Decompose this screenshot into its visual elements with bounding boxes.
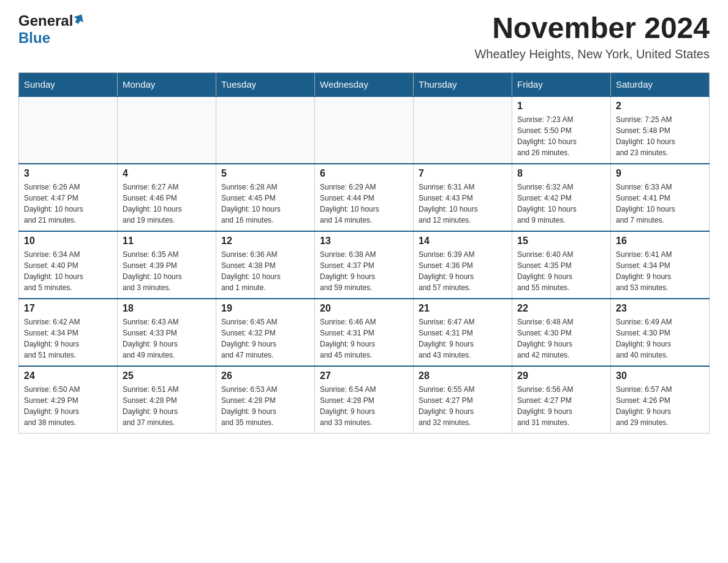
- table-row: 23Sunrise: 6:49 AM Sunset: 4:30 PM Dayli…: [611, 299, 710, 366]
- day-info: Sunrise: 6:47 AM Sunset: 4:31 PM Dayligh…: [419, 316, 507, 361]
- table-row: 27Sunrise: 6:54 AM Sunset: 4:28 PM Dayli…: [315, 366, 414, 434]
- day-info: Sunrise: 6:57 AM Sunset: 4:26 PM Dayligh…: [616, 384, 704, 428]
- day-info: Sunrise: 6:34 AM Sunset: 4:40 PM Dayligh…: [24, 249, 112, 293]
- day-number: 17: [24, 303, 112, 314]
- day-number: 20: [320, 303, 408, 314]
- day-number: 4: [123, 168, 211, 179]
- day-number: 12: [221, 236, 309, 247]
- day-number: 25: [123, 370, 211, 381]
- day-info: Sunrise: 6:38 AM Sunset: 4:37 PM Dayligh…: [320, 249, 408, 293]
- table-row: 2Sunrise: 7:25 AM Sunset: 5:48 PM Daylig…: [611, 96, 710, 164]
- day-number: 10: [24, 236, 112, 247]
- day-info: Sunrise: 6:41 AM Sunset: 4:34 PM Dayligh…: [616, 249, 704, 293]
- logo-blue-text: Blue: [18, 29, 50, 46]
- day-info: Sunrise: 6:40 AM Sunset: 4:35 PM Dayligh…: [517, 249, 605, 293]
- table-row: 1Sunrise: 7:23 AM Sunset: 5:50 PM Daylig…: [512, 96, 611, 164]
- calendar-week-row: 24Sunrise: 6:50 AM Sunset: 4:29 PM Dayli…: [19, 366, 710, 434]
- table-row: 11Sunrise: 6:35 AM Sunset: 4:39 PM Dayli…: [118, 231, 216, 299]
- day-info: Sunrise: 6:31 AM Sunset: 4:43 PM Dayligh…: [419, 182, 507, 226]
- table-row: [19, 96, 118, 164]
- day-info: Sunrise: 6:45 AM Sunset: 4:32 PM Dayligh…: [221, 316, 309, 361]
- day-number: 13: [320, 236, 408, 247]
- table-row: 14Sunrise: 6:39 AM Sunset: 4:36 PM Dayli…: [414, 231, 512, 299]
- table-row: 26Sunrise: 6:53 AM Sunset: 4:28 PM Dayli…: [216, 366, 315, 434]
- day-number: 9: [616, 168, 704, 179]
- day-number: 28: [419, 370, 507, 381]
- table-row: 21Sunrise: 6:47 AM Sunset: 4:31 PM Dayli…: [414, 299, 512, 366]
- table-row: [118, 96, 216, 164]
- logo-general-text: General: [18, 12, 73, 29]
- page-header: General Blue November 2024 Wheatley Heig…: [18, 12, 710, 61]
- table-row: 9Sunrise: 6:33 AM Sunset: 4:41 PM Daylig…: [611, 164, 710, 231]
- logo-arrow-icon: [73, 12, 86, 28]
- table-row: 24Sunrise: 6:50 AM Sunset: 4:29 PM Dayli…: [19, 366, 118, 434]
- table-row: 15Sunrise: 6:40 AM Sunset: 4:35 PM Dayli…: [512, 231, 611, 299]
- calendar-week-row: 10Sunrise: 6:34 AM Sunset: 4:40 PM Dayli…: [19, 231, 710, 299]
- day-number: 2: [616, 101, 704, 112]
- table-row: 16Sunrise: 6:41 AM Sunset: 4:34 PM Dayli…: [611, 231, 710, 299]
- day-info: Sunrise: 6:42 AM Sunset: 4:34 PM Dayligh…: [24, 316, 112, 361]
- day-number: 3: [24, 168, 112, 179]
- table-row: 10Sunrise: 6:34 AM Sunset: 4:40 PM Dayli…: [19, 231, 118, 299]
- month-title: November 2024: [474, 12, 710, 45]
- day-info: Sunrise: 7:25 AM Sunset: 5:48 PM Dayligh…: [616, 114, 704, 158]
- table-row: 28Sunrise: 6:55 AM Sunset: 4:27 PM Dayli…: [414, 366, 512, 434]
- table-row: 19Sunrise: 6:45 AM Sunset: 4:32 PM Dayli…: [216, 299, 315, 366]
- day-number: 7: [419, 168, 507, 179]
- day-number: 1: [517, 101, 605, 112]
- table-row: 4Sunrise: 6:27 AM Sunset: 4:46 PM Daylig…: [118, 164, 216, 231]
- day-number: 19: [221, 303, 309, 314]
- calendar-table: Sunday Monday Tuesday Wednesday Thursday…: [18, 72, 710, 434]
- day-number: 5: [221, 168, 309, 179]
- svg-marker-0: [73, 12, 86, 26]
- table-row: [414, 96, 512, 164]
- table-row: 5Sunrise: 6:28 AM Sunset: 4:45 PM Daylig…: [216, 164, 315, 231]
- col-sunday: Sunday: [19, 72, 118, 96]
- day-info: Sunrise: 6:28 AM Sunset: 4:45 PM Dayligh…: [221, 182, 309, 226]
- day-info: Sunrise: 6:50 AM Sunset: 4:29 PM Dayligh…: [24, 384, 112, 428]
- col-saturday: Saturday: [611, 72, 710, 96]
- day-number: 22: [517, 303, 605, 314]
- col-monday: Monday: [118, 72, 216, 96]
- day-info: Sunrise: 6:55 AM Sunset: 4:27 PM Dayligh…: [419, 384, 507, 428]
- day-number: 29: [517, 370, 605, 381]
- day-info: Sunrise: 6:56 AM Sunset: 4:27 PM Dayligh…: [517, 384, 605, 428]
- day-number: 21: [419, 303, 507, 314]
- day-number: 8: [517, 168, 605, 179]
- day-info: Sunrise: 6:26 AM Sunset: 4:47 PM Dayligh…: [24, 182, 112, 226]
- day-number: 15: [517, 236, 605, 247]
- day-number: 11: [123, 236, 211, 247]
- day-info: Sunrise: 6:48 AM Sunset: 4:30 PM Dayligh…: [517, 316, 605, 361]
- day-info: Sunrise: 6:29 AM Sunset: 4:44 PM Dayligh…: [320, 182, 408, 226]
- day-number: 27: [320, 370, 408, 381]
- day-info: Sunrise: 7:23 AM Sunset: 5:50 PM Dayligh…: [517, 114, 605, 158]
- table-row: 29Sunrise: 6:56 AM Sunset: 4:27 PM Dayli…: [512, 366, 611, 434]
- day-info: Sunrise: 6:49 AM Sunset: 4:30 PM Dayligh…: [616, 316, 704, 361]
- day-number: 16: [616, 236, 704, 247]
- day-number: 14: [419, 236, 507, 247]
- day-info: Sunrise: 6:27 AM Sunset: 4:46 PM Dayligh…: [123, 182, 211, 226]
- day-number: 23: [616, 303, 704, 314]
- table-row: 18Sunrise: 6:43 AM Sunset: 4:33 PM Dayli…: [118, 299, 216, 366]
- day-info: Sunrise: 6:35 AM Sunset: 4:39 PM Dayligh…: [123, 249, 211, 293]
- day-number: 30: [616, 370, 704, 381]
- table-row: [216, 96, 315, 164]
- col-tuesday: Tuesday: [216, 72, 315, 96]
- logo: General Blue: [18, 12, 86, 47]
- day-info: Sunrise: 6:54 AM Sunset: 4:28 PM Dayligh…: [320, 384, 408, 428]
- table-row: 20Sunrise: 6:46 AM Sunset: 4:31 PM Dayli…: [315, 299, 414, 366]
- day-info: Sunrise: 6:39 AM Sunset: 4:36 PM Dayligh…: [419, 249, 507, 293]
- table-row: 3Sunrise: 6:26 AM Sunset: 4:47 PM Daylig…: [19, 164, 118, 231]
- table-row: 12Sunrise: 6:36 AM Sunset: 4:38 PM Dayli…: [216, 231, 315, 299]
- day-number: 24: [24, 370, 112, 381]
- day-info: Sunrise: 6:36 AM Sunset: 4:38 PM Dayligh…: [221, 249, 309, 293]
- day-info: Sunrise: 6:33 AM Sunset: 4:41 PM Dayligh…: [616, 182, 704, 226]
- table-row: 25Sunrise: 6:51 AM Sunset: 4:28 PM Dayli…: [118, 366, 216, 434]
- day-info: Sunrise: 6:51 AM Sunset: 4:28 PM Dayligh…: [123, 384, 211, 428]
- calendar-header-row: Sunday Monday Tuesday Wednesday Thursday…: [19, 72, 710, 96]
- calendar-week-row: 17Sunrise: 6:42 AM Sunset: 4:34 PM Dayli…: [19, 299, 710, 366]
- day-info: Sunrise: 6:46 AM Sunset: 4:31 PM Dayligh…: [320, 316, 408, 361]
- title-section: November 2024 Wheatley Heights, New York…: [474, 12, 710, 61]
- col-thursday: Thursday: [414, 72, 512, 96]
- table-row: 7Sunrise: 6:31 AM Sunset: 4:43 PM Daylig…: [414, 164, 512, 231]
